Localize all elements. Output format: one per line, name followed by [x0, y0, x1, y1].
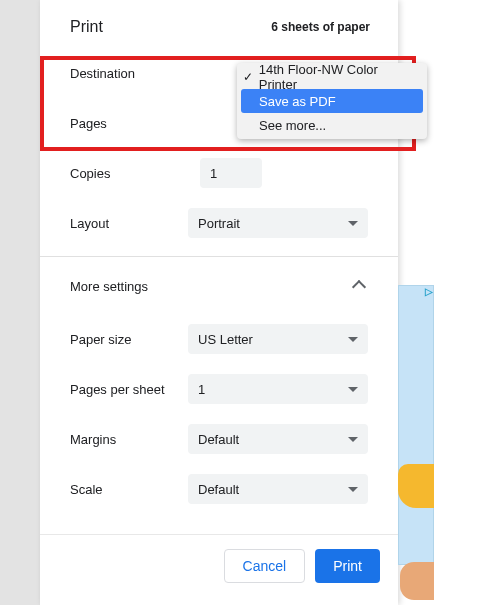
scale-row: Scale Default: [70, 464, 368, 514]
chevron-down-icon: [348, 487, 358, 492]
margins-select[interactable]: Default: [188, 424, 368, 454]
chevron-down-icon: [348, 387, 358, 392]
paper-size-select[interactable]: US Letter: [188, 324, 368, 354]
dialog-footer: Cancel Print: [40, 534, 398, 605]
chevron-up-icon: [352, 279, 366, 293]
dialog-header: Print 6 sheets of paper: [40, 0, 398, 48]
copies-row: Copies: [70, 148, 368, 198]
chevron-down-icon: [348, 437, 358, 442]
layout-select[interactable]: Portrait: [188, 208, 368, 238]
destination-option-save-pdf[interactable]: Save as PDF: [241, 89, 423, 113]
preview-content: [398, 464, 434, 508]
cancel-label: Cancel: [243, 558, 287, 574]
paper-size-value: US Letter: [198, 332, 253, 347]
chevron-down-icon: [348, 337, 358, 342]
margins-value: Default: [198, 432, 239, 447]
print-label: Print: [333, 558, 362, 574]
preview-content: [400, 562, 434, 600]
sheet-count: 6 sheets of paper: [271, 20, 370, 34]
ad-icon: ▷: [425, 286, 433, 297]
destination-option-see-more[interactable]: See more...: [237, 113, 427, 137]
pages-per-sheet-row: Pages per sheet 1: [70, 364, 368, 414]
margins-row: Margins Default: [70, 414, 368, 464]
paper-size-row: Paper size US Letter: [70, 314, 368, 364]
more-settings-label: More settings: [70, 279, 148, 294]
destination-option-label: 14th Floor-NW Color Printer: [259, 62, 417, 92]
destination-option-printer[interactable]: ✓ 14th Floor-NW Color Printer: [237, 65, 427, 89]
margins-label: Margins: [70, 432, 188, 447]
destination-dropdown: ✓ 14th Floor-NW Color Printer Save as PD…: [237, 63, 427, 139]
layout-row: Layout Portrait: [70, 198, 368, 248]
destination-option-label: See more...: [259, 118, 326, 133]
layout-label: Layout: [70, 216, 188, 231]
more-settings-toggle[interactable]: More settings: [40, 257, 398, 314]
pages-label: Pages: [70, 116, 200, 131]
destination-label: Destination: [70, 66, 200, 81]
destination-option-label: Save as PDF: [259, 94, 336, 109]
preview-gutter: [0, 0, 40, 605]
cancel-button[interactable]: Cancel: [224, 549, 306, 583]
pages-per-sheet-value: 1: [198, 382, 205, 397]
scale-value: Default: [198, 482, 239, 497]
page-preview: [398, 285, 434, 565]
pages-per-sheet-select[interactable]: 1: [188, 374, 368, 404]
checkmark-icon: ✓: [243, 70, 259, 84]
paper-size-label: Paper size: [70, 332, 188, 347]
print-button[interactable]: Print: [315, 549, 380, 583]
pages-per-sheet-label: Pages per sheet: [70, 382, 188, 397]
scale-label: Scale: [70, 482, 188, 497]
layout-value: Portrait: [198, 216, 240, 231]
dialog-title: Print: [70, 18, 103, 36]
copies-input[interactable]: [200, 158, 262, 188]
copies-label: Copies: [70, 166, 200, 181]
chevron-down-icon: [348, 221, 358, 226]
scale-select[interactable]: Default: [188, 474, 368, 504]
